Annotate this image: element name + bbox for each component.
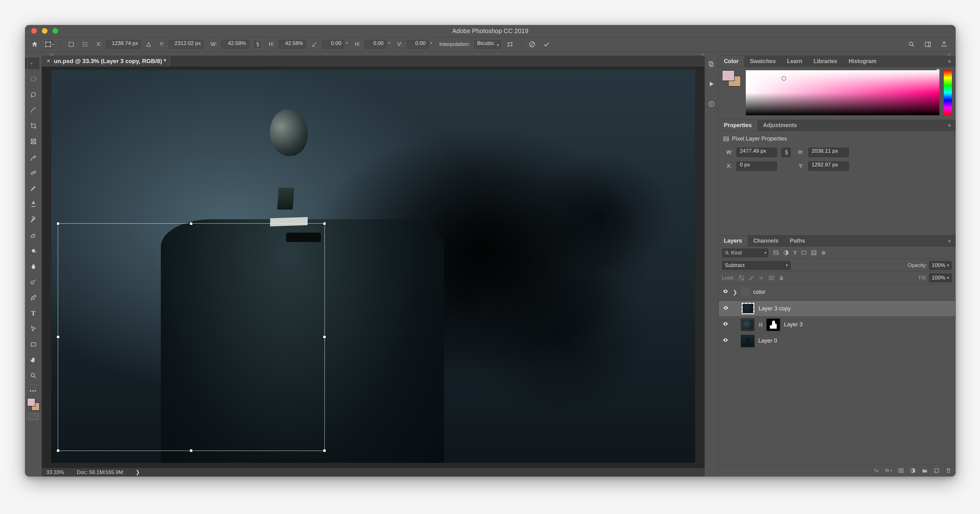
aspect-lock-toggle[interactable] [253, 40, 262, 49]
pen-tool[interactable] [27, 292, 39, 304]
zoom-tool[interactable] [27, 370, 39, 382]
quick-mask-toggle[interactable] [28, 413, 39, 420]
search-button[interactable] [906, 39, 917, 50]
commit-transform-button[interactable] [541, 39, 552, 50]
filter-shape-icon[interactable] [801, 250, 807, 255]
history-brush-tool[interactable] [27, 213, 39, 226]
actions-panel-toggle[interactable] [706, 79, 717, 89]
blend-mode-select[interactable]: Subtract ▾ [722, 261, 791, 270]
prop-link-toggle[interactable] [781, 148, 791, 157]
transform-handle-tl[interactable] [57, 222, 60, 225]
skew-h-input[interactable]: 0.00 [364, 40, 386, 49]
fx-button[interactable]: fx [885, 468, 889, 473]
tab-channels[interactable]: Channels [748, 236, 784, 247]
color-fg-bg[interactable] [722, 70, 741, 115]
link-layers-icon[interactable] [873, 468, 879, 473]
layer-name[interactable]: color [753, 289, 765, 295]
prop-x-input[interactable]: 0 px [737, 161, 777, 171]
layer-thumbnail[interactable] [741, 318, 754, 331]
layers-list[interactable]: ❯ color ❯ Layer 3 copy ❯ ⛓ [718, 284, 956, 464]
opacity-input[interactable]: 100%▾ [929, 261, 952, 270]
layer-name[interactable]: Layer 3 [784, 321, 803, 328]
skew-v-input[interactable]: 0.00 [407, 40, 428, 49]
fill-input[interactable]: 100%▾ [929, 274, 952, 282]
navigator-panel-toggle[interactable] [706, 99, 717, 109]
hue-slider[interactable] [944, 70, 952, 115]
tab-properties[interactable]: Properties [718, 120, 757, 131]
frame-tool[interactable] [27, 135, 39, 147]
visibility-toggle[interactable] [722, 321, 729, 328]
crop-tool[interactable] [27, 120, 39, 132]
type-tool[interactable]: T [27, 307, 39, 319]
layers-panel-menu[interactable]: ≡ [943, 236, 956, 247]
marquee-tool[interactable] [27, 73, 39, 85]
close-icon[interactable]: × [47, 58, 50, 64]
lock-all-icon[interactable] [779, 275, 784, 281]
transform-handle-tc[interactable] [189, 222, 192, 225]
document-tab[interactable]: × un.psd @ 33.3% (Layer 3 copy, RGB/8) * [42, 56, 172, 67]
cancel-transform-button[interactable] [527, 39, 538, 50]
new-group-icon[interactable] [922, 468, 928, 473]
history-panel-toggle[interactable] [706, 59, 717, 69]
shape-tool[interactable] [27, 339, 39, 350]
lock-position-icon[interactable] [759, 275, 764, 281]
tab-paths[interactable]: Paths [784, 236, 811, 247]
reference-point-toggle[interactable] [66, 39, 76, 50]
tab-libraries[interactable]: Libraries [808, 56, 843, 67]
layer-name[interactable]: Layer 3 copy [759, 306, 791, 312]
x-input[interactable]: 1238.74 px [106, 40, 141, 49]
layer-name[interactable]: Layer 0 [758, 337, 777, 344]
fg-color-chip[interactable] [722, 70, 735, 81]
lock-artboard-icon[interactable] [768, 275, 774, 281]
tab-adjustments[interactable]: Adjustments [757, 120, 803, 131]
transform-handle-br[interactable] [323, 449, 326, 452]
eyedropper-tool[interactable] [27, 151, 39, 163]
zoom-level[interactable]: 33.33% [46, 469, 64, 476]
visibility-toggle[interactable] [722, 305, 729, 312]
blur-tool[interactable] [27, 261, 39, 272]
new-layer-icon[interactable] [934, 468, 939, 473]
transform-handle-ml[interactable] [57, 336, 60, 339]
transform-handle-bc[interactable] [189, 449, 192, 452]
layer-item-selected[interactable]: ❯ Layer 3 copy [718, 301, 956, 317]
adjustment-layer-icon[interactable] [910, 468, 916, 473]
lasso-tool[interactable] [27, 89, 39, 100]
clone-stamp-tool[interactable] [27, 198, 39, 210]
foreground-background-swatches[interactable] [27, 398, 40, 411]
gradient-tool[interactable] [27, 245, 39, 257]
reference-point-grid[interactable] [80, 39, 90, 50]
canvas[interactable] [51, 70, 695, 463]
lock-transparent-icon[interactable] [738, 275, 744, 281]
home-button[interactable] [29, 39, 40, 50]
foreground-color-swatch[interactable] [27, 398, 35, 406]
h-input[interactable]: 42.58% [278, 40, 306, 49]
layer-filter-select[interactable]: Kind [722, 248, 763, 257]
prop-h-input[interactable]: 2038.11 px [808, 148, 849, 157]
color-spectrum[interactable]: ▶ [746, 70, 939, 115]
quick-selection-tool[interactable] [27, 104, 39, 116]
properties-panel-menu[interactable]: ≡ [943, 120, 956, 131]
layer-item[interactable]: ❯ ⛓ Layer 3 [718, 317, 956, 333]
filter-type-icon[interactable]: T [793, 250, 797, 256]
hand-tool[interactable] [27, 354, 39, 366]
prop-y-input[interactable]: 1292.97 px [808, 161, 849, 171]
path-selection-tool[interactable] [27, 323, 39, 335]
tab-swatches[interactable]: Swatches [744, 56, 781, 67]
warp-mode-button[interactable] [505, 39, 515, 50]
filter-adjustment-icon[interactable] [783, 250, 789, 255]
prop-w-input[interactable]: 2477.49 px [737, 148, 777, 157]
edit-toolbar[interactable]: ••• [27, 388, 39, 395]
w-input[interactable]: 42.58% [221, 40, 249, 49]
transform-handle-bl[interactable] [57, 449, 60, 452]
filter-smart-icon[interactable] [811, 250, 817, 255]
filter-toggle[interactable] [822, 251, 826, 255]
canvas-viewport[interactable]: 33.33% Doc: 58.1M/165.9M ❯ [42, 67, 705, 477]
filter-pixel-icon[interactable] [773, 250, 779, 255]
workspace-switcher[interactable] [923, 39, 933, 50]
share-button[interactable] [939, 39, 950, 50]
layer-item[interactable]: ❯ Layer 0 [718, 333, 956, 349]
tab-learn[interactable]: Learn [781, 56, 808, 67]
disclosure-triangle[interactable]: ❯ [733, 289, 737, 296]
mask-link-icon[interactable]: ⛓ [758, 322, 763, 327]
transform-tool-preset[interactable]: ▾ [44, 39, 54, 50]
